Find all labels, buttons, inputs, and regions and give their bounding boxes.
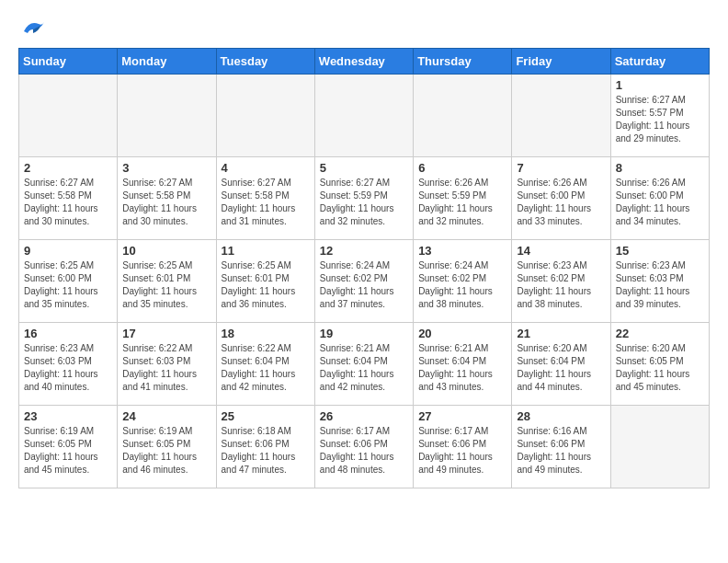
weekday-header-friday: Friday — [512, 49, 610, 75]
day-info: Sunrise: 6:27 AM Sunset: 5:58 PM Dayligh… — [24, 177, 112, 228]
weekday-header-thursday: Thursday — [414, 49, 512, 75]
calendar-cell — [19, 75, 118, 157]
calendar-cell: 17Sunrise: 6:22 AM Sunset: 6:03 PM Dayli… — [118, 323, 216, 406]
day-number: 2 — [24, 161, 112, 175]
day-info: Sunrise: 6:23 AM Sunset: 6:03 PM Dayligh… — [24, 342, 112, 394]
day-number: 14 — [517, 244, 605, 258]
calendar-cell: 11Sunrise: 6:25 AM Sunset: 6:01 PM Dayli… — [216, 240, 314, 323]
calendar-cell: 28Sunrise: 6:16 AM Sunset: 6:06 PM Dayli… — [512, 406, 610, 488]
day-number: 10 — [122, 244, 210, 258]
day-info: Sunrise: 6:17 AM Sunset: 6:06 PM Dayligh… — [418, 425, 506, 477]
day-info: Sunrise: 6:26 AM Sunset: 6:00 PM Dayligh… — [616, 177, 704, 228]
calendar-cell: 12Sunrise: 6:24 AM Sunset: 6:02 PM Dayli… — [314, 240, 413, 323]
day-number: 20 — [418, 327, 506, 340]
day-number: 22 — [616, 327, 704, 340]
calendar-cell: 18Sunrise: 6:22 AM Sunset: 6:04 PM Dayli… — [216, 323, 314, 406]
day-info: Sunrise: 6:16 AM Sunset: 6:06 PM Dayligh… — [517, 425, 605, 477]
day-info: Sunrise: 6:19 AM Sunset: 6:05 PM Dayligh… — [24, 425, 112, 477]
day-number: 25 — [222, 409, 310, 423]
day-info: Sunrise: 6:20 AM Sunset: 6:05 PM Dayligh… — [616, 342, 704, 394]
calendar-cell — [118, 75, 216, 157]
day-info: Sunrise: 6:22 AM Sunset: 6:04 PM Dayligh… — [222, 342, 310, 394]
page-header — [18, 18, 710, 39]
weekday-header-saturday: Saturday — [610, 49, 709, 75]
logo — [18, 18, 46, 39]
calendar-cell: 3Sunrise: 6:27 AM Sunset: 5:58 PM Daylig… — [118, 157, 216, 240]
calendar-cell — [414, 75, 512, 157]
calendar-week-3: 16Sunrise: 6:23 AM Sunset: 6:03 PM Dayli… — [19, 323, 710, 406]
day-number: 13 — [418, 244, 506, 258]
day-number: 6 — [418, 161, 506, 175]
calendar-week-0: 1Sunrise: 6:27 AM Sunset: 5:57 PM Daylig… — [19, 75, 710, 157]
weekday-header-tuesday: Tuesday — [216, 49, 314, 75]
day-number: 8 — [616, 161, 704, 175]
day-info: Sunrise: 6:17 AM Sunset: 6:06 PM Dayligh… — [320, 425, 408, 477]
day-info: Sunrise: 6:26 AM Sunset: 5:59 PM Dayligh… — [418, 177, 506, 228]
calendar-body: 1Sunrise: 6:27 AM Sunset: 5:57 PM Daylig… — [19, 75, 710, 488]
day-info: Sunrise: 6:25 AM Sunset: 6:01 PM Dayligh… — [222, 259, 310, 311]
weekday-header-monday: Monday — [118, 49, 216, 75]
day-number: 3 — [122, 161, 210, 175]
calendar-cell: 16Sunrise: 6:23 AM Sunset: 6:03 PM Dayli… — [19, 323, 118, 406]
day-info: Sunrise: 6:18 AM Sunset: 6:06 PM Dayligh… — [222, 425, 310, 477]
day-info: Sunrise: 6:27 AM Sunset: 5:57 PM Dayligh… — [616, 94, 704, 145]
calendar-cell: 23Sunrise: 6:19 AM Sunset: 6:05 PM Dayli… — [19, 406, 118, 488]
day-number: 17 — [122, 327, 210, 340]
calendar-cell: 25Sunrise: 6:18 AM Sunset: 6:06 PM Dayli… — [216, 406, 314, 488]
calendar-cell: 14Sunrise: 6:23 AM Sunset: 6:02 PM Dayli… — [512, 240, 610, 323]
calendar-header-row: SundayMondayTuesdayWednesdayThursdayFrid… — [19, 49, 710, 75]
calendar-cell — [610, 406, 709, 488]
day-number: 21 — [517, 327, 605, 340]
calendar-cell: 13Sunrise: 6:24 AM Sunset: 6:02 PM Dayli… — [414, 240, 512, 323]
calendar-week-2: 9Sunrise: 6:25 AM Sunset: 6:00 PM Daylig… — [19, 240, 710, 323]
day-info: Sunrise: 6:22 AM Sunset: 6:03 PM Dayligh… — [122, 342, 210, 394]
day-info: Sunrise: 6:27 AM Sunset: 5:59 PM Dayligh… — [320, 177, 408, 228]
calendar-cell — [512, 75, 610, 157]
calendar-cell — [314, 75, 413, 157]
day-number: 23 — [24, 409, 112, 423]
day-info: Sunrise: 6:20 AM Sunset: 6:04 PM Dayligh… — [517, 342, 605, 394]
calendar-cell: 21Sunrise: 6:20 AM Sunset: 6:04 PM Dayli… — [512, 323, 610, 406]
weekday-header-wednesday: Wednesday — [314, 49, 413, 75]
calendar-cell: 6Sunrise: 6:26 AM Sunset: 5:59 PM Daylig… — [414, 157, 512, 240]
calendar-cell: 2Sunrise: 6:27 AM Sunset: 5:58 PM Daylig… — [19, 157, 118, 240]
day-number: 19 — [320, 327, 408, 340]
calendar-cell: 27Sunrise: 6:17 AM Sunset: 6:06 PM Dayli… — [414, 406, 512, 488]
day-info: Sunrise: 6:25 AM Sunset: 6:00 PM Dayligh… — [24, 259, 112, 311]
day-number: 15 — [616, 244, 704, 258]
day-number: 1 — [616, 78, 704, 92]
day-number: 28 — [517, 409, 605, 423]
calendar-cell: 22Sunrise: 6:20 AM Sunset: 6:05 PM Dayli… — [610, 323, 709, 406]
day-info: Sunrise: 6:26 AM Sunset: 6:00 PM Dayligh… — [517, 177, 605, 228]
day-info: Sunrise: 6:27 AM Sunset: 5:58 PM Dayligh… — [122, 177, 210, 228]
calendar-cell: 4Sunrise: 6:27 AM Sunset: 5:58 PM Daylig… — [216, 157, 314, 240]
day-info: Sunrise: 6:24 AM Sunset: 6:02 PM Dayligh… — [320, 259, 408, 311]
calendar-week-1: 2Sunrise: 6:27 AM Sunset: 5:58 PM Daylig… — [19, 157, 710, 240]
calendar-cell: 5Sunrise: 6:27 AM Sunset: 5:59 PM Daylig… — [314, 157, 413, 240]
day-info: Sunrise: 6:21 AM Sunset: 6:04 PM Dayligh… — [418, 342, 506, 394]
day-number: 7 — [517, 161, 605, 175]
calendar-cell: 1Sunrise: 6:27 AM Sunset: 5:57 PM Daylig… — [610, 75, 709, 157]
day-number: 12 — [320, 244, 408, 258]
calendar-cell — [216, 75, 314, 157]
day-number: 4 — [222, 161, 310, 175]
calendar-cell: 10Sunrise: 6:25 AM Sunset: 6:01 PM Dayli… — [118, 240, 216, 323]
day-info: Sunrise: 6:23 AM Sunset: 6:03 PM Dayligh… — [616, 259, 704, 311]
calendar-cell: 9Sunrise: 6:25 AM Sunset: 6:00 PM Daylig… — [19, 240, 118, 323]
day-info: Sunrise: 6:24 AM Sunset: 6:02 PM Dayligh… — [418, 259, 506, 311]
logo-bird-icon — [20, 18, 46, 39]
day-info: Sunrise: 6:27 AM Sunset: 5:58 PM Dayligh… — [222, 177, 310, 228]
day-number: 18 — [222, 327, 310, 340]
calendar-cell: 19Sunrise: 6:21 AM Sunset: 6:04 PM Dayli… — [314, 323, 413, 406]
calendar-cell: 8Sunrise: 6:26 AM Sunset: 6:00 PM Daylig… — [610, 157, 709, 240]
day-info: Sunrise: 6:21 AM Sunset: 6:04 PM Dayligh… — [320, 342, 408, 394]
calendar-week-4: 23Sunrise: 6:19 AM Sunset: 6:05 PM Dayli… — [19, 406, 710, 488]
day-info: Sunrise: 6:19 AM Sunset: 6:05 PM Dayligh… — [122, 425, 210, 477]
weekday-header-sunday: Sunday — [19, 49, 118, 75]
calendar-cell: 15Sunrise: 6:23 AM Sunset: 6:03 PM Dayli… — [610, 240, 709, 323]
day-number: 16 — [24, 327, 112, 340]
day-number: 9 — [24, 244, 112, 258]
calendar-cell: 20Sunrise: 6:21 AM Sunset: 6:04 PM Dayli… — [414, 323, 512, 406]
calendar-cell: 26Sunrise: 6:17 AM Sunset: 6:06 PM Dayli… — [314, 406, 413, 488]
day-info: Sunrise: 6:25 AM Sunset: 6:01 PM Dayligh… — [122, 259, 210, 311]
